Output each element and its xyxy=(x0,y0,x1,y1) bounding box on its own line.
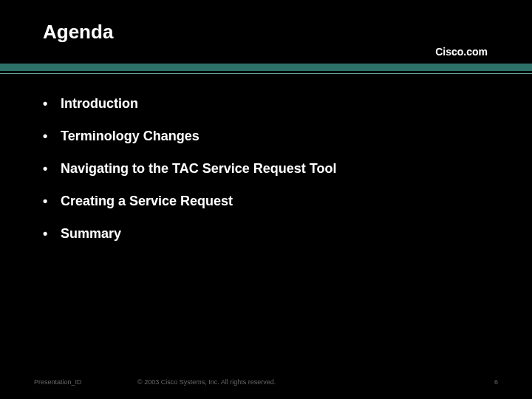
list-item: Creating a Service Request xyxy=(43,194,489,209)
header-divider xyxy=(0,64,532,74)
presentation-id: Presentation_ID xyxy=(34,378,82,386)
teal-bar xyxy=(0,64,532,71)
list-item: Introduction xyxy=(43,96,489,112)
list-item: Summary xyxy=(43,226,489,242)
page-number: 6 xyxy=(494,378,498,386)
bullet-list: Introduction Terminology Changes Navigat… xyxy=(43,96,489,242)
slide-content: Introduction Terminology Changes Navigat… xyxy=(43,96,489,259)
slide-title: Agenda xyxy=(43,21,532,44)
thin-line xyxy=(0,73,532,74)
slide-footer: Presentation_ID © 2003 Cisco Systems, In… xyxy=(34,378,498,386)
list-item: Navigating to the TAC Service Request To… xyxy=(43,161,489,177)
brand-label: Cisco.com xyxy=(435,46,488,58)
list-item: Terminology Changes xyxy=(43,129,489,144)
copyright-text: © 2003 Cisco Systems, Inc. All rights re… xyxy=(137,378,276,386)
slide-header: Agenda xyxy=(0,0,532,44)
